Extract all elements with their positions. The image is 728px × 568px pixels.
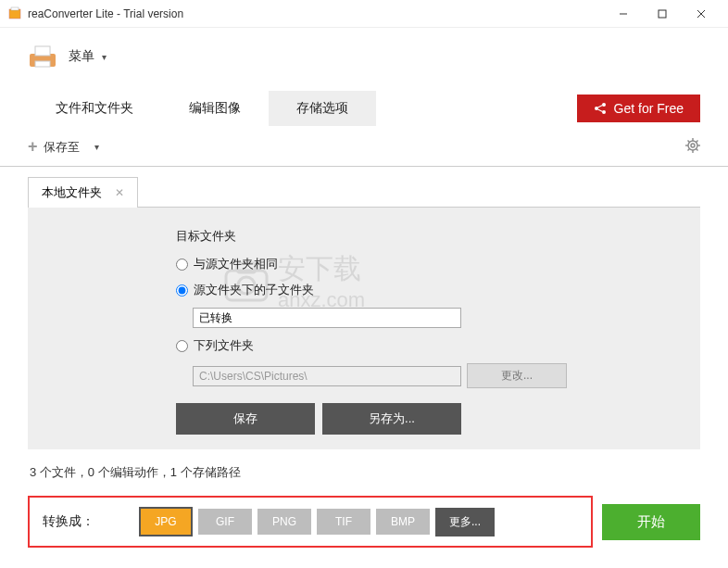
radio-specific-folder[interactable]: 下列文件夹 bbox=[176, 337, 682, 354]
svg-line-22 bbox=[688, 148, 690, 150]
svg-line-21 bbox=[697, 148, 698, 150]
svg-rect-3 bbox=[659, 10, 666, 18]
radio-specific-input[interactable] bbox=[176, 340, 188, 352]
settings-button[interactable] bbox=[685, 138, 700, 157]
svg-rect-8 bbox=[35, 61, 50, 67]
svg-rect-1 bbox=[11, 7, 19, 10]
format-jpg-button[interactable]: JPG bbox=[139, 507, 193, 536]
titlebar: reaConverter Lite - Trial version bbox=[0, 0, 728, 28]
convert-row: 转换成： JPG GIF PNG TIF BMP 更多... 开始 bbox=[28, 496, 700, 548]
radio-subfolder-input[interactable] bbox=[176, 284, 188, 297]
svg-point-11 bbox=[602, 110, 606, 114]
close-button[interactable] bbox=[682, 1, 721, 27]
subfolder-name-input[interactable] bbox=[193, 308, 461, 328]
svg-rect-7 bbox=[35, 46, 50, 56]
caret-down-icon: ▾ bbox=[102, 52, 107, 62]
get-for-free-label: Get for Free bbox=[614, 101, 684, 116]
subtab-label: 本地文件夹 bbox=[42, 185, 102, 199]
tab-edit[interactable]: 编辑图像 bbox=[161, 91, 269, 126]
share-icon bbox=[594, 102, 607, 115]
subtab-row: 本地文件夹 ✕ bbox=[28, 176, 700, 208]
window-title: reaConverter Lite - Trial version bbox=[28, 7, 604, 20]
main-tabs: 文件和文件夹 编辑图像 存储选项 Get for Free bbox=[0, 91, 728, 126]
caret-down-icon: ▾ bbox=[94, 142, 99, 152]
svg-rect-0 bbox=[9, 9, 20, 19]
svg-line-20 bbox=[688, 140, 690, 142]
menubar: 菜单 ▾ bbox=[0, 28, 728, 80]
radio-same-as-source[interactable]: 与源文件夹相同 bbox=[176, 256, 682, 272]
folder-path-input bbox=[193, 366, 461, 386]
format-more-button[interactable]: 更多... bbox=[435, 508, 495, 536]
maximize-button[interactable] bbox=[643, 1, 682, 27]
start-button[interactable]: 开始 bbox=[602, 504, 700, 540]
app-icon bbox=[7, 6, 22, 21]
svg-line-12 bbox=[597, 106, 602, 108]
change-folder-button: 更改... bbox=[467, 363, 567, 388]
save-button[interactable]: 保存 bbox=[176, 403, 315, 435]
tab-files[interactable]: 文件和文件夹 bbox=[28, 91, 161, 126]
saveto-button[interactable]: + 保存至 ▾ bbox=[28, 133, 99, 160]
radio-same-input[interactable] bbox=[176, 259, 188, 271]
svg-line-13 bbox=[597, 109, 602, 112]
convert-to-label: 转换成： bbox=[43, 513, 94, 530]
svg-point-9 bbox=[602, 103, 606, 107]
get-for-free-button[interactable]: Get for Free bbox=[577, 95, 700, 122]
radio-subfolder-label: 源文件夹下的子文件夹 bbox=[194, 282, 314, 298]
toolbar: + 保存至 ▾ bbox=[0, 128, 728, 167]
plus-icon: + bbox=[28, 137, 38, 157]
tab-storage[interactable]: 存储选项 bbox=[269, 91, 376, 126]
svg-line-23 bbox=[697, 140, 698, 142]
format-tif-button[interactable]: TIF bbox=[317, 509, 370, 535]
format-bmp-button[interactable]: BMP bbox=[376, 509, 430, 535]
format-png-button[interactable]: PNG bbox=[257, 509, 311, 535]
panel-title: 目标文件夹 bbox=[176, 228, 682, 245]
radio-same-label: 与源文件夹相同 bbox=[194, 256, 278, 272]
gear-icon bbox=[685, 138, 700, 153]
target-folder-panel: 目标文件夹 与源文件夹相同 源文件夹下的子文件夹 下列文件夹 更改... 保存 … bbox=[28, 208, 700, 449]
subtab-local-folder[interactable]: 本地文件夹 ✕ bbox=[28, 177, 138, 208]
convert-box: 转换成： JPG GIF PNG TIF BMP 更多... bbox=[28, 496, 593, 548]
minimize-button[interactable] bbox=[604, 1, 643, 27]
menu-button[interactable]: 菜单 bbox=[69, 48, 94, 65]
radio-specific-label: 下列文件夹 bbox=[194, 337, 254, 354]
format-gif-button[interactable]: GIF bbox=[198, 509, 252, 535]
saveto-label: 保存至 bbox=[44, 139, 80, 156]
close-icon[interactable]: ✕ bbox=[115, 186, 124, 199]
radio-subfolder[interactable]: 源文件夹下的子文件夹 bbox=[176, 282, 682, 298]
save-as-button[interactable]: 另存为... bbox=[322, 403, 461, 435]
printer-icon bbox=[28, 44, 57, 69]
svg-point-15 bbox=[691, 144, 695, 147]
status-text: 3 个文件，0 个编辑动作，1 个存储路径 bbox=[0, 449, 728, 490]
